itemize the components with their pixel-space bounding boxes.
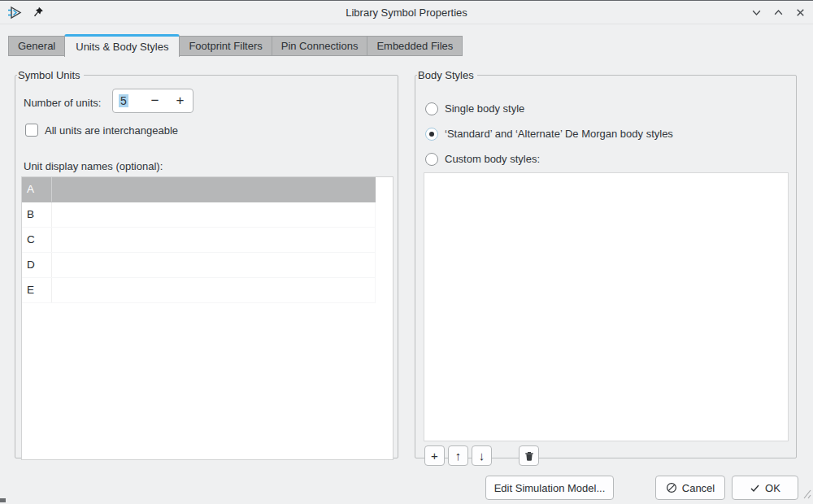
- custom-body-styles-list[interactable]: [424, 172, 789, 441]
- interchangeable-label[interactable]: All units are interchangeable: [45, 124, 178, 137]
- chevron-down-icon[interactable]: [750, 6, 763, 19]
- tab-bar: General Units & Body Styles Footprint Fi…: [8, 33, 463, 56]
- cancel-label: Cancel: [682, 482, 715, 494]
- tab-embedded-files[interactable]: Embedded Files: [367, 36, 463, 56]
- spinner-increment-button[interactable]: +: [167, 93, 193, 109]
- radio-label: Single body style: [445, 102, 524, 115]
- unit-row-c[interactable]: C: [22, 228, 376, 253]
- tab-general[interactable]: General: [8, 36, 65, 56]
- radio-label: Custom body styles:: [445, 153, 540, 165]
- add-body-style-button[interactable]: +: [424, 445, 445, 466]
- unit-display-name-cell[interactable]: [52, 177, 376, 202]
- body-styles-group-label: Body Styles: [417, 69, 477, 81]
- radio-icon: [425, 153, 438, 166]
- titlebar: Library Symbol Properties: [0, 1, 813, 24]
- radio-icon-checked: [425, 128, 438, 141]
- unit-row-a[interactable]: A: [22, 177, 376, 202]
- radio-single-body-style[interactable]: Single body style: [425, 102, 524, 115]
- window-controls: [750, 1, 806, 24]
- unit-display-name-cell[interactable]: [52, 278, 376, 302]
- unit-row-b[interactable]: B: [22, 202, 376, 228]
- number-of-units-spinner[interactable]: 5 − +: [112, 89, 193, 113]
- unit-row-d[interactable]: D: [22, 253, 376, 278]
- cancel-icon: [666, 482, 677, 493]
- check-icon: [750, 483, 760, 493]
- unit-display-names-label: Unit display names (optional):: [24, 159, 163, 173]
- arrow-up-icon: ↑: [455, 449, 462, 463]
- tab-pin-connections[interactable]: Pin Connections: [272, 36, 368, 56]
- radio-standard-alternate-de-morgan[interactable]: ‘Standard’ and ‘Alternate’ De Morgan bod…: [425, 127, 673, 141]
- close-icon[interactable]: [793, 6, 806, 19]
- spinner-decrement-button[interactable]: −: [142, 93, 167, 109]
- unit-name-cell[interactable]: E: [22, 278, 52, 302]
- unit-row-e[interactable]: E: [22, 278, 376, 303]
- unit-name-cell[interactable]: C: [22, 228, 52, 252]
- ok-label: OK: [765, 482, 780, 494]
- edit-simulation-model-button[interactable]: Edit Simulation Model...: [485, 476, 614, 500]
- tab-units-body-styles[interactable]: Units & Body Styles: [64, 34, 180, 57]
- unit-display-name-cell[interactable]: [52, 202, 376, 227]
- radio-icon: [425, 102, 438, 115]
- unit-display-name-cell[interactable]: [52, 253, 376, 277]
- body-styles-group: Body Styles Single body style ‘Standard’…: [415, 69, 797, 458]
- radio-label: ‘Standard’ and ‘Alternate’ De Morgan bod…: [445, 128, 673, 140]
- number-of-units-value[interactable]: 5: [113, 94, 142, 107]
- number-of-units-label: Number of units:: [24, 96, 101, 110]
- ok-button[interactable]: OK: [732, 476, 798, 500]
- move-up-button[interactable]: ↑: [448, 445, 468, 466]
- unit-name-cell[interactable]: A: [22, 177, 52, 202]
- edit-simulation-model-label: Edit Simulation Model...: [494, 482, 606, 494]
- cancel-button[interactable]: Cancel: [655, 476, 725, 500]
- radio-custom-body-styles[interactable]: Custom body styles:: [425, 152, 540, 166]
- delete-body-style-button[interactable]: [519, 445, 539, 466]
- arrow-down-icon: ↓: [479, 449, 485, 463]
- unit-name-cell[interactable]: D: [22, 253, 52, 277]
- trash-icon: [524, 450, 535, 462]
- window-title: Library Symbol Properties: [0, 7, 813, 19]
- chevron-up-icon[interactable]: [772, 6, 785, 19]
- tab-footprint-filters[interactable]: Footprint Filters: [179, 36, 272, 56]
- unit-names-grid[interactable]: A B C D E: [21, 176, 393, 460]
- move-down-button[interactable]: ↓: [472, 445, 492, 466]
- unit-display-name-cell[interactable]: [52, 228, 376, 252]
- resize-grip-bottom-right[interactable]: [802, 488, 811, 502]
- symbol-units-group-label: Symbol Units: [17, 69, 84, 81]
- unit-name-cell[interactable]: B: [22, 202, 52, 227]
- plus-icon: +: [431, 449, 438, 463]
- interchangeable-checkbox[interactable]: [25, 124, 38, 137]
- symbol-units-group: Symbol Units Number of units: 5 − + All …: [15, 69, 398, 458]
- resize-grip-bottom-left[interactable]: [0, 498, 6, 502]
- interchangeable-row[interactable]: All units are interchangeable: [25, 124, 178, 137]
